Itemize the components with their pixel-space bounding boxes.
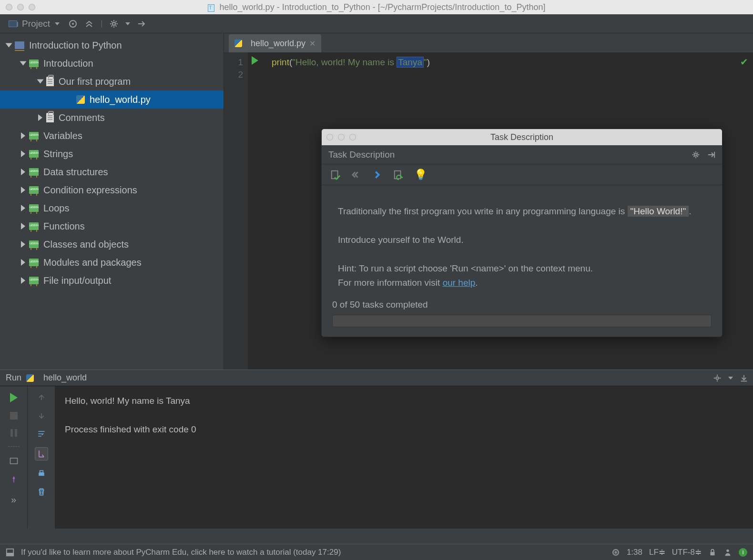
expand-arrow-icon[interactable] (21, 241, 25, 248)
expand-arrow-icon[interactable] (20, 61, 27, 66)
tree-first-program[interactable]: Our first program (0, 72, 224, 90)
file-encoding[interactable]: UTF-8≑ (672, 547, 702, 557)
lesson-icon (29, 277, 39, 284)
hector-icon[interactable] (723, 548, 732, 557)
expand-arrow-icon[interactable] (21, 150, 25, 157)
expand-arrow-icon[interactable] (21, 205, 25, 211)
memory-indicator-icon[interactable]: i (739, 548, 747, 557)
gear-icon[interactable] (109, 19, 119, 29)
tree-lesson[interactable]: Strings (0, 145, 224, 163)
reset-task-icon[interactable] (393, 170, 404, 180)
popup-titlebar[interactable]: Task Description (322, 129, 722, 145)
svg-rect-6 (40, 470, 43, 472)
progress-bar (332, 315, 712, 327)
expand-arrow-icon[interactable] (21, 277, 25, 284)
tree-lesson[interactable]: Classes and objects (0, 235, 224, 253)
svg-point-3 (716, 377, 718, 379)
stop-icon[interactable] (10, 412, 18, 420)
run-toolwindow: » Hello, world! My name is Tanya Process… (0, 386, 753, 529)
task-progress: 0 of 50 tasks completed (322, 300, 722, 337)
download-icon[interactable] (740, 374, 748, 382)
lesson-icon (29, 60, 39, 67)
tree-comments[interactable]: Comments (0, 109, 224, 127)
dock-icon[interactable] (707, 150, 715, 159)
tree-lesson[interactable]: Functions (0, 217, 224, 235)
collapse-all-icon[interactable] (84, 19, 94, 29)
expand-arrow-icon[interactable] (21, 132, 25, 139)
play-icon (252, 56, 258, 65)
project-panel-header[interactable]: Project (0, 14, 68, 33)
lesson-icon (29, 259, 39, 266)
tree-lesson[interactable]: Data structures (0, 163, 224, 181)
run-toolwindow-header[interactable]: Run hello_world (0, 370, 753, 386)
code-token: "Hello, world! My name is (292, 57, 397, 67)
up-arrow-icon[interactable] (36, 393, 47, 402)
window-title: hello_world.py - Introduction_to_Python … (0, 2, 753, 12)
editor-tab[interactable]: hello_world.py ✕ (229, 34, 321, 52)
editor-tabbar: hello_world.py ✕ (224, 33, 753, 52)
svg-point-1 (72, 23, 74, 25)
gear-icon[interactable] (713, 374, 722, 382)
gear-icon[interactable] (692, 150, 700, 159)
soft-wrap-icon[interactable] (36, 429, 47, 439)
task-description-popup[interactable]: Task Description Task Description 💡 Trad… (321, 129, 722, 337)
expand-arrow-icon[interactable] (37, 80, 44, 84)
run-gutter-icon[interactable] (252, 56, 258, 65)
lock-icon[interactable] (708, 548, 717, 557)
python-file-icon (234, 40, 242, 47)
target-icon[interactable] (68, 19, 78, 29)
print-icon[interactable] (36, 469, 47, 479)
tree-hello-world-file[interactable]: hello_world.py (0, 90, 224, 109)
pause-icon[interactable] (10, 429, 17, 437)
code-token: ) (427, 57, 430, 67)
expand-icon[interactable]: » (11, 494, 16, 505)
next-task-icon[interactable] (372, 170, 383, 180)
lesson-icon (29, 186, 39, 194)
svg-point-9 (612, 549, 619, 555)
sync-icon[interactable] (611, 548, 620, 557)
scroll-to-end-icon[interactable] (35, 447, 48, 460)
hint-icon[interactable]: 💡 (414, 169, 427, 181)
expand-arrow-icon[interactable] (21, 169, 25, 175)
expand-arrow-icon[interactable] (6, 43, 12, 48)
hide-panel-icon[interactable] (137, 19, 146, 29)
progress-label: 0 of 50 tasks completed (332, 300, 712, 310)
trash-icon[interactable] (36, 487, 47, 497)
run-console-output[interactable]: Hello, world! My name is Tanya Process f… (55, 386, 753, 529)
tree-lesson[interactable]: Condition expressions (0, 181, 224, 199)
help-link[interactable]: our help (443, 278, 476, 288)
chevron-down-icon[interactable] (55, 22, 60, 25)
close-tab-icon[interactable]: ✕ (309, 39, 315, 48)
task-icon (46, 77, 54, 86)
tree-lesson[interactable]: Variables (0, 127, 224, 145)
pin-icon[interactable] (9, 475, 19, 485)
prev-task-icon[interactable] (351, 170, 362, 180)
gear-chevron-icon[interactable] (125, 22, 130, 25)
toolwindow-toggle-icon[interactable] (6, 548, 14, 557)
window-titlebar: hello_world.py - Introduction_to_Python … (0, 0, 753, 14)
line-separator[interactable]: LF≑ (649, 547, 665, 557)
expand-arrow-icon[interactable] (21, 259, 25, 266)
popup-header: Task Description (322, 145, 722, 164)
tree-introduction[interactable]: Introduction (0, 54, 224, 72)
check-task-icon[interactable] (330, 170, 341, 180)
down-arrow-icon[interactable] (36, 411, 47, 420)
expand-arrow-icon[interactable] (38, 114, 42, 121)
code-placeholder[interactable]: Tanya (397, 57, 424, 68)
tree-lesson[interactable]: Modules and packages (0, 253, 224, 271)
lesson-icon (29, 222, 39, 230)
python-file-icon (26, 374, 34, 382)
expand-arrow-icon[interactable] (21, 187, 25, 193)
tree-lesson[interactable]: File input/output (0, 271, 224, 290)
status-message[interactable]: If you'd like to learn more about PyChar… (21, 548, 341, 557)
tree-root[interactable]: Introduction to Python (0, 36, 224, 54)
inspection-ok-icon[interactable]: ✔ (740, 56, 748, 68)
lesson-icon (29, 240, 39, 248)
chevron-down-icon[interactable] (728, 377, 733, 380)
rerun-icon[interactable] (10, 393, 18, 402)
project-tree[interactable]: Introduction to Python Introduction Our … (0, 33, 224, 386)
expand-arrow-icon[interactable] (21, 223, 25, 230)
caret-position[interactable]: 1:38 (627, 548, 642, 557)
dump-threads-icon[interactable] (9, 456, 19, 466)
tree-lesson[interactable]: Loops (0, 199, 224, 217)
